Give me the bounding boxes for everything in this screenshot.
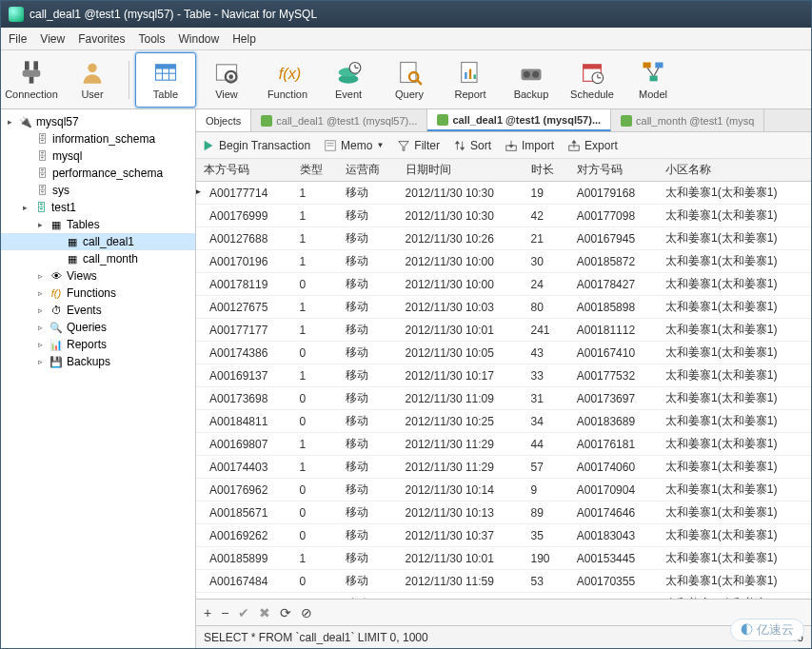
cell[interactable]: 9 xyxy=(524,479,569,502)
cell[interactable]: 1 xyxy=(292,250,338,273)
cell[interactable]: 0 xyxy=(292,342,338,364)
cell[interactable]: 190 xyxy=(524,547,569,570)
column-header[interactable]: 类型 xyxy=(292,159,338,182)
tool-event[interactable]: Event xyxy=(318,52,379,108)
table-row[interactable]: A001744031移动2012/11/30 11:2957A00174060太… xyxy=(196,456,811,479)
tool-view[interactable]: View xyxy=(196,52,257,108)
table-row[interactable]: A001856710移动2012/11/30 10:1389A00174646太… xyxy=(196,502,811,524)
cell[interactable]: 43 xyxy=(524,342,569,364)
cell[interactable]: A00174403 xyxy=(196,456,292,479)
sort-button[interactable]: Sort xyxy=(453,139,491,152)
stop-button[interactable]: ⊘ xyxy=(301,605,312,620)
cell[interactable]: 57 xyxy=(524,456,569,479)
tool-backup[interactable]: Backup xyxy=(501,52,562,108)
menu-help[interactable]: Help xyxy=(232,32,256,46)
cell[interactable]: A00185899 xyxy=(196,547,292,570)
table-row[interactable]: A001276881移动2012/11/30 10:2621A00167945太… xyxy=(196,227,811,250)
filter-button[interactable]: Filter xyxy=(397,139,440,152)
column-header[interactable]: 本方号码 xyxy=(196,159,292,182)
column-header[interactable]: 运营商 xyxy=(338,159,398,182)
cell[interactable]: A00181112 xyxy=(569,319,658,342)
cell[interactable]: 2012/11/30 10:30 xyxy=(398,182,524,205)
tool-model[interactable]: Model xyxy=(623,52,683,108)
tab-2-active[interactable]: call_deal1 @test1 (mysql57)... xyxy=(427,109,611,131)
cell[interactable]: 1 xyxy=(292,227,338,250)
cell[interactable]: 0 xyxy=(292,479,338,502)
cell[interactable]: A00174543 xyxy=(196,593,292,600)
cell[interactable]: 移动 xyxy=(338,364,398,387)
cell[interactable]: A00174386 xyxy=(196,342,292,364)
cell[interactable]: 太和姜寨1(太和姜寨1) xyxy=(658,547,811,570)
cell[interactable]: 2012/11/30 10:26 xyxy=(398,227,524,250)
memo-button[interactable]: Memo▼ xyxy=(324,139,384,152)
cell[interactable]: A00173697 xyxy=(569,387,658,410)
cell[interactable]: 2012/11/30 10:03 xyxy=(398,296,524,319)
import-button[interactable]: Import xyxy=(505,139,554,152)
cell[interactable]: A00179168 xyxy=(569,182,658,205)
remove-row-button[interactable]: − xyxy=(221,605,228,620)
cell[interactable]: 80 xyxy=(524,296,569,319)
cell[interactable]: A00178119 xyxy=(196,273,292,296)
cell[interactable]: 太和姜寨1(太和姜寨1) xyxy=(658,182,811,205)
cell[interactable]: 42 xyxy=(524,205,569,227)
cell[interactable]: 1 xyxy=(292,319,338,342)
cell[interactable]: 21 xyxy=(524,227,569,250)
export-button[interactable]: Export xyxy=(567,139,618,152)
cell[interactable]: 31 xyxy=(524,387,569,410)
cell[interactable]: 移动 xyxy=(338,205,398,227)
cell[interactable]: 2012/11/30 10:13 xyxy=(398,502,524,524)
cell[interactable]: A00127675 xyxy=(196,296,292,319)
cell[interactable]: 移动 xyxy=(338,182,398,205)
cell[interactable]: A00169262 xyxy=(196,524,292,547)
tab-1[interactable]: call_deal1 @test1 (mysql57)... xyxy=(251,109,427,131)
cell[interactable]: A00176999 xyxy=(196,205,292,227)
tree-functions[interactable]: ▹f()Functions xyxy=(1,285,195,302)
cell[interactable]: 2012/11/30 10:01 xyxy=(398,319,524,342)
cell[interactable]: A00177714 xyxy=(196,182,292,205)
cell[interactable]: 2012/11/30 10:14 xyxy=(398,479,524,502)
cell[interactable]: 1 xyxy=(292,433,338,456)
menu-view[interactable]: View xyxy=(40,32,65,46)
cell[interactable]: 44 xyxy=(524,433,569,456)
cell[interactable]: A00184811 xyxy=(196,410,292,433)
menu-file[interactable]: File xyxy=(9,32,27,46)
table-row[interactable]: A001691371移动2012/11/30 10:1733A00177532太… xyxy=(196,364,811,387)
cell[interactable]: A00167484 xyxy=(196,570,292,593)
cell[interactable]: 太和姜寨1(太和姜寨1) xyxy=(658,319,811,342)
menu-window[interactable]: Window xyxy=(179,32,220,46)
cell[interactable]: 34 xyxy=(524,410,569,433)
cell[interactable]: A00153445 xyxy=(569,547,658,570)
cell[interactable]: 30 xyxy=(524,250,569,273)
cell[interactable]: A00178427 xyxy=(569,273,658,296)
tree-db[interactable]: 🗄information_schema xyxy=(1,130,195,148)
cell[interactable]: 35 xyxy=(524,524,569,547)
add-row-button[interactable]: + xyxy=(204,605,211,620)
menu-tools[interactable]: Tools xyxy=(139,32,166,46)
cell[interactable]: 太和姜寨1(太和姜寨1) xyxy=(658,410,811,433)
cell[interactable]: 2012/11/30 10:00 xyxy=(398,250,524,273)
tree-views[interactable]: ▹👁Views xyxy=(1,267,195,285)
column-header[interactable]: 时长 xyxy=(524,159,569,182)
cell[interactable]: 2012/11/30 11:59 xyxy=(398,570,524,593)
cell[interactable]: A00169807 xyxy=(196,433,292,456)
cell[interactable]: A00176181 xyxy=(569,433,658,456)
cell[interactable]: A00167945 xyxy=(569,227,658,250)
table-row[interactable]: A001692620移动2012/11/30 10:3735A00183043太… xyxy=(196,524,811,547)
cell[interactable]: 太和姜寨1(太和姜寨1) xyxy=(658,570,811,593)
tree-tables[interactable]: ▸▦Tables xyxy=(1,216,195,233)
cell[interactable]: 2012/11/30 10:25 xyxy=(398,410,524,433)
table-row[interactable]: A001674840移动2012/11/30 11:5953A00170355太… xyxy=(196,570,811,593)
cell[interactable]: A00185671 xyxy=(196,502,292,524)
cell[interactable]: 2012/11/30 10:17 xyxy=(398,364,524,387)
nav-tree[interactable]: ▸🔌mysql57 🗄information_schema 🗄mysql 🗄pe… xyxy=(1,109,196,648)
table-row[interactable]: A001736980移动2012/11/30 11:0931A00173697太… xyxy=(196,387,811,410)
cell[interactable]: 1 xyxy=(292,182,338,205)
cell[interactable]: 移动 xyxy=(338,502,398,524)
cell[interactable]: 19 xyxy=(524,182,569,205)
tree-db[interactable]: 🗄sys xyxy=(1,182,195,199)
table-row[interactable]: A001848110移动2012/11/30 10:2534A00183689太… xyxy=(196,410,811,433)
cell[interactable]: 2012/11/30 11:09 xyxy=(398,387,524,410)
tree-conn[interactable]: ▸🔌mysql57 xyxy=(1,113,195,130)
table-row[interactable]: A001777141移动2012/11/30 10:3019A00179168太… xyxy=(196,182,811,205)
cell[interactable]: A00173698 xyxy=(196,387,292,410)
